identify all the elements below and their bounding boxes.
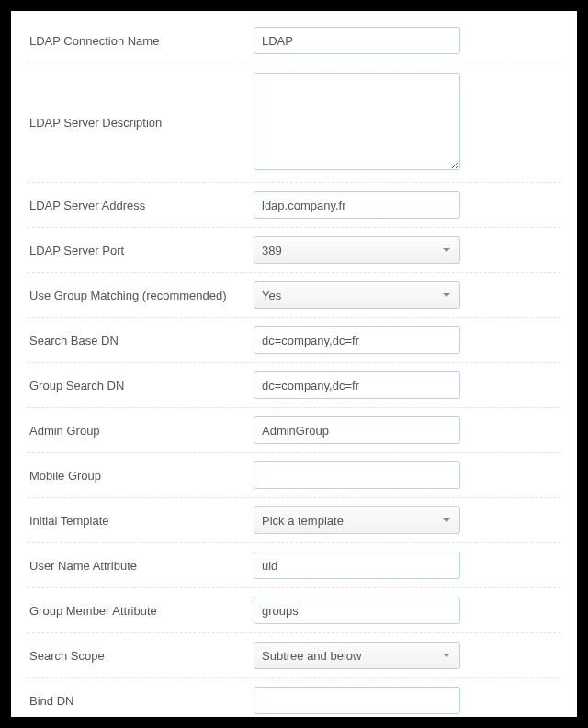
row-server-address: LDAP Server Address [28,183,560,228]
chevron-down-icon [443,293,450,297]
label-group-member-attribute: Group Member Attribute [28,604,254,618]
input-server-address[interactable] [254,191,460,219]
row-group-search-dn: Group Search DN [28,363,560,408]
input-user-name-attribute[interactable] [254,552,460,579]
row-group-member-attribute: Group Member Attribute [28,588,560,633]
row-user-name-attribute: User Name Attribute [28,543,560,588]
row-search-scope: Search Scope Subtree and below [28,633,560,678]
label-search-scope: Search Scope [28,649,254,663]
row-initial-template: Initial Template Pick a template [28,498,560,543]
input-group-member-attribute[interactable] [254,597,460,624]
row-connection-name: LDAP Connection Name [28,18,560,63]
row-search-base-dn: Search Base DN [28,318,560,363]
select-use-group-matching-value: Yes [262,289,281,302]
input-group-search-dn[interactable] [254,371,460,399]
label-connection-name: LDAP Connection Name [28,34,254,48]
row-admin-group: Admin Group [28,408,560,453]
label-server-address: LDAP Server Address [28,199,254,212]
select-use-group-matching[interactable]: Yes [254,281,460,309]
row-mobile-group: Mobile Group [28,453,560,498]
label-use-group-matching: Use Group Matching (recommended) [28,289,254,302]
label-search-base-dn: Search Base DN [28,334,254,347]
select-initial-template-value: Pick a template [262,514,344,528]
input-search-base-dn[interactable] [254,326,460,354]
label-admin-group: Admin Group [28,424,254,438]
row-bind-dn: Bind DN [28,678,560,717]
label-initial-template: Initial Template [28,514,254,528]
select-server-port-value: 389 [262,244,282,257]
input-connection-name[interactable] [254,27,460,54]
chevron-down-icon [443,518,450,522]
label-mobile-group: Mobile Group [28,469,254,483]
label-bind-dn: Bind DN [28,694,254,708]
chevron-down-icon [443,654,450,657]
ldap-settings-form: LDAP Connection Name LDAP Server Descrip… [11,11,577,717]
input-bind-dn[interactable] [254,687,460,714]
select-search-scope[interactable]: Subtree and below [254,642,460,669]
row-use-group-matching: Use Group Matching (recommended) Yes [28,273,560,318]
label-user-name-attribute: User Name Attribute [28,559,254,573]
select-server-port[interactable]: 389 [254,236,460,264]
input-admin-group[interactable] [254,416,460,444]
row-server-description: LDAP Server Description [28,63,560,183]
label-server-description: LDAP Server Description [28,116,254,130]
chevron-down-icon [443,248,450,252]
label-server-port: LDAP Server Port [28,244,254,257]
select-search-scope-value: Subtree and below [262,649,361,663]
input-mobile-group[interactable] [254,461,460,489]
row-server-port: LDAP Server Port 389 [28,228,560,273]
textarea-server-description[interactable] [254,73,460,170]
select-initial-template[interactable]: Pick a template [254,506,460,534]
label-group-search-dn: Group Search DN [28,379,254,392]
